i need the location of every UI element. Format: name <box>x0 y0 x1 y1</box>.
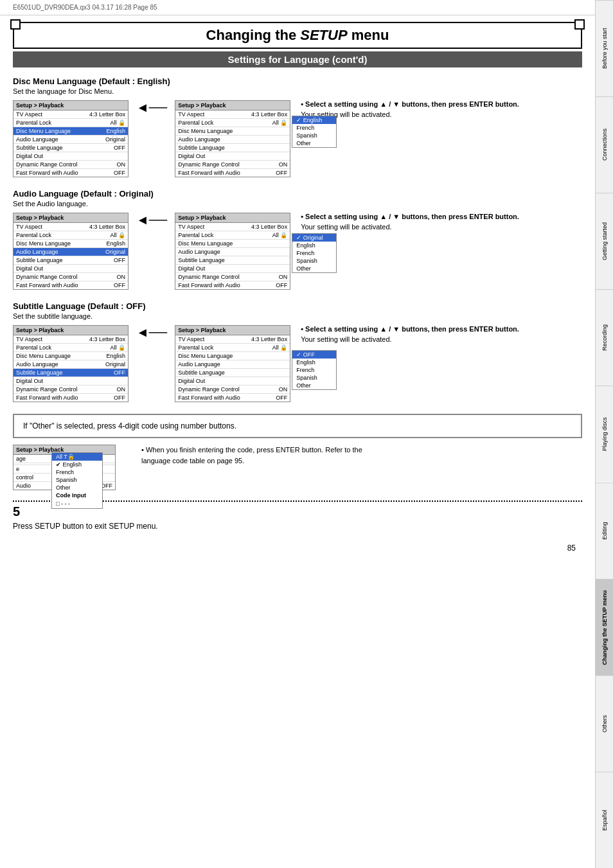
step-text: Press SETUP button to exit SETUP menu. <box>13 522 582 531</box>
sidebar-tab-before-you-start[interactable]: Before you start <box>596 0 613 96</box>
drop-item-spanish[interactable]: Spanish <box>292 374 336 382</box>
page-title: Changing the SETUP menu <box>21 27 574 44</box>
sidebar-tab-changing-setup[interactable]: Changing the SETUP menu <box>596 579 613 675</box>
menu-row: Digital Out <box>175 265 290 273</box>
sidebar-tab-espanol[interactable]: Español <box>596 772 613 868</box>
menu-row: Dynamic Range ControlON <box>13 385 128 394</box>
left-menu-header-disc-menu: Setup > Playback <box>13 101 128 111</box>
code-input-label: □ - - - <box>56 500 70 507</box>
menu-row: Digital Out <box>13 377 128 385</box>
menu-row: Digital Out <box>175 377 290 385</box>
right-menu-wrap-disc-menu: Setup > Playback TV Aspect4:3 Letter Box… <box>175 100 290 177</box>
meta-bar: E6501UD_DVR90DEA.qx3 04.3.17 16:28 Page … <box>0 0 613 15</box>
drop-item-other[interactable]: Other <box>292 382 336 389</box>
drop-item-french[interactable]: French <box>292 249 336 257</box>
code-drop-item-french[interactable]: French <box>52 468 102 476</box>
right-menu-audio: Setup > Playback TV Aspect4:3 Letter Box… <box>175 213 290 290</box>
menu-row: Digital Out <box>175 152 290 161</box>
section-desc-subtitle: Set the subtitle language. <box>13 312 582 320</box>
title-box: Changing the SETUP menu <box>13 22 582 49</box>
code-drop-item[interactable]: All T🔒 <box>52 453 102 461</box>
section-title-audio: Audio Language (Default : Original) <box>13 189 582 199</box>
title-italic: SETUP <box>300 27 347 43</box>
menu-row: TV Aspect4:3 Letter Box <box>175 111 290 119</box>
instruction-disc-menu: • Select a setting using ▲ / ▼ buttons, … <box>294 100 582 121</box>
menu-row: Parental LockAll 🔒 <box>175 344 290 352</box>
menu-row: Disc Menu LanguageEnglish <box>13 240 128 248</box>
code-drop-item-other[interactable]: Other <box>52 484 102 492</box>
drop-item-english[interactable]: English <box>292 242 336 249</box>
menu-row: Audio LanguageOriginal <box>13 360 128 369</box>
drop-item-english[interactable]: English <box>292 359 336 366</box>
drop-item-off[interactable]: OFF <box>292 351 336 359</box>
main-content: Changing the SETUP menu Settings for Lan… <box>0 22 595 565</box>
drop-item-french[interactable]: French <box>292 124 336 132</box>
menu-row: Parental LockAll 🔒 <box>13 344 128 352</box>
sidebar-tab-playing-discs[interactable]: Playing discs <box>596 385 613 482</box>
menu-row: Fast Forward with AudioOFF <box>175 169 290 177</box>
code-drop-item-spanish[interactable]: Spanish <box>52 476 102 484</box>
section-audio-language: Audio Language (Default : Original) Set … <box>13 189 582 290</box>
section-desc-disc-menu: Set the language for Disc Menu. <box>13 87 582 95</box>
menu-row: TV Aspect4:3 Letter Box <box>13 223 128 231</box>
menu-row: Disc Menu Language <box>175 240 290 248</box>
subtitle-bar: Settings for Language (cont'd) <box>13 51 582 67</box>
code-demo-left: Setup > Playback age e control AudioOFF … <box>13 445 116 490</box>
file-info: E6501UD_DVR90DEA.qx3 04.3.17 16:28 Page … <box>13 4 157 11</box>
menu-row: Dynamic Range ControlON <box>175 385 290 394</box>
menu-row-highlighted: Subtitle LanguageOFF <box>13 369 128 377</box>
drop-item-spanish[interactable]: Spanish <box>292 132 336 139</box>
arrow-disc-menu: ◄── <box>132 100 171 115</box>
menu-row: Parental LockAll 🔒 <box>13 119 128 127</box>
menu-row: Parental LockAll 🔒 <box>175 119 290 127</box>
menu-row: TV Aspect4:3 Letter Box <box>175 335 290 344</box>
right-menu-disc-menu: Setup > Playback TV Aspect4:3 Letter Box… <box>175 100 290 177</box>
right-menu-header-audio: Setup > Playback <box>175 213 290 223</box>
menu-row: TV Aspect4:3 Letter Box <box>13 335 128 344</box>
code-drop-item-codeinput[interactable]: Code Input <box>52 492 102 499</box>
drop-item-original[interactable]: Original <box>292 234 336 242</box>
sidebar-tab-others[interactable]: Others <box>596 675 613 772</box>
arrow-audio: ◄── <box>132 213 171 227</box>
section-title-disc-menu: Disc Menu Language (Default : English) <box>13 76 582 86</box>
menu-row: Audio LanguageOriginal <box>13 136 128 144</box>
menu-row: Fast Forward with AudioOFF <box>13 169 128 177</box>
left-menu-subtitle: Setup > Playback TV Aspect4:3 Letter Box… <box>13 325 129 402</box>
menu-row: Fast Forward with AudioOFF <box>175 281 290 289</box>
menu-row: Dynamic Range ControlON <box>175 273 290 281</box>
drop-item-other[interactable]: Other <box>292 265 336 272</box>
right-sidebar: Before you start Connections Getting sta… <box>595 0 613 868</box>
dropdown-subtitle: OFF English French Spanish Other <box>292 350 337 390</box>
section-disc-menu-language: Disc Menu Language (Default : English) S… <box>13 76 582 177</box>
menu-row: Disc Menu LanguageEnglish <box>13 352 128 360</box>
dropdown-audio: Original English French Spanish Other <box>292 233 337 273</box>
menu-row: Dynamic Range ControlON <box>13 161 128 169</box>
menu-row: Subtitle LanguageOFF <box>13 256 128 265</box>
sidebar-tab-editing[interactable]: Editing <box>596 483 613 579</box>
menu-row-highlighted: Audio LanguageOriginal <box>13 248 128 256</box>
menu-row-highlighted: Subtitle Language <box>175 369 290 377</box>
code-drop-item-english[interactable]: ✔ English <box>52 461 102 468</box>
code-dropdown: All T🔒 ✔ English French Spanish Other Co… <box>51 452 103 509</box>
right-menu-wrap-subtitle: Setup > Playback TV Aspect4:3 Letter Box… <box>175 325 290 402</box>
menu-row-highlighted: Disc Menu LanguageEnglish <box>13 127 128 136</box>
instruction-audio: • Select a setting using ▲ / ▼ buttons, … <box>294 213 582 233</box>
section-title-subtitle: Subtitle Language (Default : OFF) <box>13 301 582 311</box>
sidebar-tab-recording[interactable]: Recording <box>596 289 613 385</box>
drop-item-other[interactable]: Other <box>292 139 336 147</box>
sidebar-tab-connections[interactable]: Connections <box>596 96 613 193</box>
page-number: 85 <box>13 544 582 553</box>
code-input-row: □ - - - <box>52 499 102 508</box>
menu-row: Parental LockAll 🔒 <box>175 231 290 240</box>
drop-item-english[interactable]: English <box>292 116 336 124</box>
left-menu-header-subtitle: Setup > Playback <box>13 326 128 335</box>
code-demo-area: Setup > Playback age e control AudioOFF … <box>13 445 582 490</box>
menu-row-highlighted: Disc Menu Language <box>175 127 290 136</box>
menu-row: Digital Out <box>13 152 128 161</box>
drop-item-spanish[interactable]: Spanish <box>292 257 336 265</box>
menu-row: Subtitle Language <box>175 256 290 265</box>
drop-item-french[interactable]: French <box>292 366 336 374</box>
right-menu-wrap-audio: Setup > Playback TV Aspect4:3 Letter Box… <box>175 213 290 290</box>
menu-row: Parental LockAll 🔒 <box>13 231 128 240</box>
sidebar-tab-getting-started[interactable]: Getting started <box>596 193 613 289</box>
